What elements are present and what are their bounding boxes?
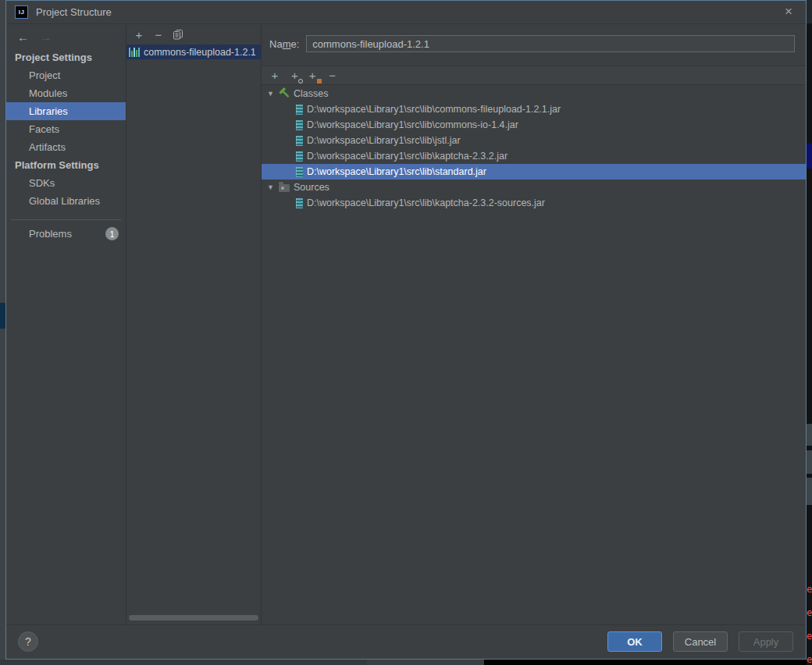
horizontal-scrollbar[interactable] — [129, 615, 258, 621]
dialog-content: ← → Project Settings Project Modules Lib… — [6, 25, 806, 624]
add-files-icon[interactable]: + — [269, 69, 280, 81]
tree-row-jar[interactable]: D:\workspace\Library1\src\lib\commons-fi… — [262, 101, 806, 117]
tree-group-label: Sources — [294, 182, 329, 193]
attach-files-icon[interactable]: + — [291, 69, 298, 83]
jar-path-label: D:\workspace\Library1\src\lib\kaptcha-2.… — [307, 197, 545, 208]
sidebar-item-global-libraries[interactable]: Global Libraries — [6, 192, 126, 210]
copy-library-icon[interactable] — [173, 29, 183, 41]
sidebar-separator — [11, 219, 121, 220]
jar-file-icon — [296, 136, 303, 146]
dialog-title: Project Structure — [36, 6, 112, 18]
jar-file-icon — [296, 198, 303, 208]
intellij-logo-icon: IJ — [15, 5, 28, 19]
library-name-input[interactable] — [306, 35, 795, 52]
library-name-row: Name: — [262, 25, 806, 52]
jar-path-label: D:\workspace\Library1\src\lib\kaptcha-2.… — [307, 151, 508, 162]
classes-icon — [279, 87, 290, 101]
problems-label: Problems — [29, 228, 72, 240]
jar-file-icon — [296, 120, 303, 130]
add-jar-directory-icon[interactable]: + — [309, 69, 316, 83]
sidebar-item-problems[interactable]: Problems 1 — [6, 227, 126, 240]
history-navigation: ← → — [6, 25, 126, 45]
library-editor-toolbar: + + + − — [262, 66, 806, 85]
tree-group-sources[interactable]: ▼ Sources — [262, 180, 806, 195]
background-left-strip — [0, 0, 5, 660]
dialog-footer: ? OK Cancel Apply — [6, 624, 806, 659]
sidebar-item-project[interactable]: Project — [6, 66, 126, 84]
problems-count-badge: 1 — [105, 227, 119, 240]
background-error-text: e — [807, 584, 812, 595]
background-error-text: e — [807, 654, 812, 665]
help-icon[interactable]: ? — [18, 631, 38, 652]
sidebar-item-artifacts[interactable]: Artifacts — [6, 138, 126, 156]
sidebar-item-libraries[interactable]: Libraries — [6, 102, 126, 120]
sidebar-item-modules[interactable]: Modules — [6, 84, 126, 102]
add-library-icon[interactable]: + — [134, 29, 144, 41]
remove-library-icon[interactable]: − — [153, 29, 164, 41]
tree-row-jar[interactable]: D:\workspace\Library1\src\lib\kaptcha-2.… — [262, 195, 806, 211]
apply-button[interactable]: Apply — [739, 631, 793, 652]
background-right-strip: e e e e — [807, 0, 812, 665]
background-fragment — [807, 424, 812, 446]
library-list-panel: + − commons-fileupload-1.2.1 — [126, 25, 262, 624]
name-label: Name: — [269, 38, 299, 50]
library-editor-panel: Name: + + + − ▼ — [262, 25, 806, 624]
tree-row-jar-selected[interactable]: D:\workspace\Library1\src\lib\standard.j… — [262, 164, 806, 180]
background-error-text: e — [807, 631, 812, 642]
directory-badge-icon — [317, 79, 322, 84]
forward-arrow-icon[interactable]: → — [40, 30, 52, 45]
ok-button[interactable]: OK — [607, 631, 662, 652]
close-icon[interactable]: × — [785, 5, 792, 18]
jar-path-label: D:\workspace\Library1\src\lib\commons-io… — [307, 119, 518, 130]
background-fragment — [807, 478, 812, 505]
settings-sidebar: ← → Project Settings Project Modules Lib… — [6, 25, 126, 624]
remove-root-icon[interactable]: − — [327, 69, 338, 81]
tree-row-jar[interactable]: D:\workspace\Library1\src\lib\commons-io… — [262, 117, 806, 133]
background-fragment — [0, 303, 5, 329]
attach-badge-icon — [298, 79, 303, 84]
project-settings-header: Project Settings — [6, 48, 126, 66]
chevron-down-icon[interactable]: ▼ — [267, 183, 275, 191]
back-arrow-icon[interactable]: ← — [17, 30, 29, 45]
library-item-label: commons-fileupload-1.2.1 — [144, 47, 256, 58]
tree-row-jar[interactable]: D:\workspace\Library1\src\lib\kaptcha-2.… — [262, 148, 806, 164]
background-error-text: e — [807, 607, 812, 618]
dialog-titlebar[interactable]: IJ Project Structure × — [6, 1, 806, 24]
sources-folder-icon — [279, 184, 290, 192]
project-structure-dialog: IJ Project Structure × ← → Project Setti… — [5, 0, 807, 660]
tree-row-jar[interactable]: D:\workspace\Library1\src\lib\jstl.jar — [262, 133, 806, 148]
tree-group-classes[interactable]: ▼ Classes — [262, 86, 806, 101]
tree-group-label: Classes — [294, 88, 328, 99]
jar-path-label: D:\workspace\Library1\src\lib\commons-fi… — [307, 104, 561, 115]
chevron-down-icon[interactable]: ▼ — [267, 90, 275, 98]
background-fragment — [807, 144, 812, 169]
background-fragment — [807, 450, 812, 474]
sidebar-item-sdks[interactable]: SDKs — [6, 174, 126, 192]
footer-buttons: OK Cancel Apply — [607, 631, 793, 652]
library-list-item[interactable]: commons-fileupload-1.2.1 — [126, 44, 261, 59]
jar-file-icon — [296, 151, 303, 162]
library-icon — [129, 48, 140, 57]
jar-path-label: D:\workspace\Library1\src\lib\standard.j… — [307, 166, 486, 177]
background-bottom-strip — [0, 660, 367, 665]
library-list-toolbar: + − — [126, 25, 261, 44]
jar-file-icon — [296, 105, 303, 115]
sidebar-item-facets[interactable]: Facets — [6, 120, 126, 138]
background-fragment — [807, 0, 812, 23]
jar-path-label: D:\workspace\Library1\src\lib\jstl.jar — [307, 135, 461, 146]
background-bottom-strip — [367, 660, 484, 665]
settings-nav: Project Settings Project Modules Librari… — [6, 48, 126, 210]
library-roots-tree: ▼ Classes D:\workspace\Library1\src\lib\… — [262, 86, 806, 211]
platform-settings-header: Platform Settings — [6, 156, 126, 174]
cancel-button[interactable]: Cancel — [673, 631, 728, 652]
jar-file-icon — [296, 167, 303, 177]
